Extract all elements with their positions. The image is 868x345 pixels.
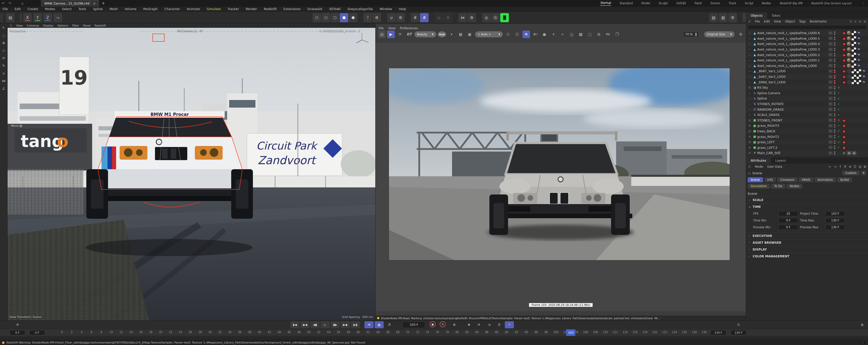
attribute-chip-xrefs[interactable]: XRefs: [799, 177, 813, 182]
redshift-material-tag[interactable]: ◆: [842, 118, 846, 122]
viewport-label[interactable]: Perspective: [9, 29, 26, 33]
home-path-icon[interactable]: ⌂: [855, 20, 857, 23]
enabled-check-icon[interactable]: ✓: [837, 146, 841, 149]
object-row-trees-back[interactable]: ⊞■trees_BACK✎✓◆: [746, 128, 868, 134]
redshift-material-tag[interactable]: ◆: [842, 58, 846, 62]
back-icon[interactable]: ←: [829, 165, 831, 169]
toolbar-annotate-mode[interactable]: Ⓐ: [491, 13, 500, 22]
toolbar-render-status[interactable]: ▐▌: [500, 13, 509, 22]
layout-tab-track[interactable]: Track: [729, 1, 736, 5]
menu-tools[interactable]: Tools: [79, 7, 86, 11]
toolbar-texture-mode[interactable]: ⬢: [349, 13, 358, 22]
redshift-material-tag[interactable]: ◆: [842, 36, 846, 40]
attr-lock-icon[interactable]: ⚿: [854, 165, 856, 169]
material-tag[interactable]: [847, 58, 851, 62]
enabled-check-icon[interactable]: ✓: [837, 140, 841, 144]
axis-y-button[interactable]: Y: [33, 13, 42, 22]
attr-filter-icon[interactable]: ≡: [849, 165, 851, 169]
visibility-dots[interactable]: [834, 69, 836, 73]
timeline-scrubber[interactable]: 103: [566, 329, 575, 336]
render-canvas[interactable]: Frame 103: 2025-08-29 18:24:48 (12.96s): [376, 43, 746, 311]
toolbar-render-view-button[interactable]: ▤: [709, 13, 718, 22]
layer-edit-icon[interactable]: ✎: [828, 113, 833, 117]
polygon-object-icon[interactable]: ▲: [752, 80, 757, 84]
layout-tab-standard[interactable]: Standard: [620, 1, 633, 5]
polygon-object-icon[interactable]: ▲: [752, 69, 757, 73]
layer-edit-icon[interactable]: ✎: [828, 37, 833, 40]
transform-icon[interactable]: ⇅: [752, 113, 757, 117]
protection-tag[interactable]: ⊘: [842, 151, 846, 155]
toolbar-falloff-toggle[interactable]: ◎: [435, 13, 443, 22]
polygon-object-icon[interactable]: ▲: [752, 75, 757, 79]
redo-icon[interactable]: ↷: [6, 1, 13, 5]
attr-popout-icon[interactable]: ⧉: [864, 165, 866, 169]
toolbar-handle[interactable]: [0, 13, 2, 22]
range-end-field[interactable]: 130 F: [711, 330, 726, 335]
undo-icon[interactable]: ↶: [0, 1, 6, 5]
menu-simulate[interactable]: Simulate: [207, 7, 221, 11]
object-menu-tags[interactable]: Tags: [799, 20, 806, 23]
visibility-dots[interactable]: [834, 37, 836, 40]
layout-tab-model[interactable]: Model: [641, 1, 650, 5]
redshift-material-tag[interactable]: ◆: [842, 135, 846, 139]
enabled-check-icon[interactable]: ✓: [837, 129, 841, 133]
crop-icon[interactable]: ▣: [466, 31, 473, 38]
layout-tab-startup[interactable]: Startup: [600, 1, 611, 6]
menu-select[interactable]: Select: [62, 7, 72, 11]
menu-render[interactable]: Render: [246, 7, 257, 11]
size-dropdown[interactable]: Original Size▼: [704, 31, 735, 37]
matrix-object-icon[interactable]: ■: [752, 135, 757, 138]
menu-window[interactable]: Window: [380, 7, 392, 11]
copy-image-icon[interactable]: ❐: [613, 31, 621, 38]
home-icon[interactable]: ⌂: [19, 1, 26, 5]
redshift-material-tag[interactable]: ◆: [842, 31, 846, 35]
menu-character[interactable]: Character: [164, 7, 180, 11]
dome-icon[interactable]: ●: [540, 31, 548, 38]
channel-button[interactable]: RGB: [438, 31, 446, 37]
object-row-696d-var3-lod0[interactable]: —▲_696d_Var3_LOD0✎◆⚑: [746, 79, 868, 85]
dome-dropdown-icon[interactable]: ▼: [550, 31, 557, 38]
object-row-aset-nature-rock-l-vjepbafmw-lod0-3[interactable]: —▲Aset_nature_rock_L_vjepbafmw_LOD0.3✎◆⚑: [746, 47, 868, 52]
polygon-object-icon[interactable]: ▲: [752, 31, 757, 35]
menu-greyscalegorilla[interactable]: Greyscalegorilla: [347, 7, 373, 11]
object-row-rs-sky[interactable]: ⊞◑RS Sky✎✕: [746, 85, 868, 90]
phong-tag[interactable]: ⚑: [857, 53, 861, 57]
object-row-aset-nature-rock-l-vjepbafmw-lod0[interactable]: —▲Aset_nature_rock_L_vjepbafmw_LOD0✎◆⚑: [746, 63, 868, 69]
brush-tool[interactable]: ✎: [2, 64, 5, 68]
field-value-fps[interactable]: 25: [778, 211, 798, 216]
measure-tool[interactable]: ∠: [2, 86, 5, 90]
layer-edit-icon[interactable]: ✎: [828, 48, 833, 51]
range-start-field-2[interactable]: 0 F: [29, 330, 45, 335]
visibility-dots[interactable]: [834, 86, 836, 89]
layer-edit-icon[interactable]: ✎: [828, 118, 833, 122]
sky-object-icon[interactable]: ◑: [752, 86, 757, 89]
selection-tag[interactable]: [851, 58, 856, 62]
key-pla-toggle[interactable]: ☶: [495, 321, 504, 328]
redshift-material-tag[interactable]: ◆: [842, 80, 846, 84]
close-tab-icon[interactable]: ×: [93, 1, 96, 5]
phong-tag[interactable]: ⚑: [862, 69, 866, 73]
tab-objects[interactable]: Objects: [746, 12, 767, 19]
viewport-menu-filter[interactable]: Filter: [72, 24, 79, 27]
next-key-button[interactable]: ▶◆: [341, 321, 350, 328]
redshift-material-tag[interactable]: ◆: [842, 48, 846, 52]
layer-edit-icon[interactable]: ✎: [828, 86, 833, 89]
visibility-dots[interactable]: [834, 124, 836, 127]
selection-tag[interactable]: [857, 80, 861, 84]
axis-x-button[interactable]: X: [23, 13, 32, 22]
section-color-management[interactable]: ›COLOR MANAGEMENT: [746, 253, 868, 260]
coordinate-system-button[interactable]: ⤳: [54, 13, 62, 22]
selection-tag[interactable]: [851, 64, 856, 68]
object-row-grass-right2[interactable]: ⊞■grass_RIGHT2✎✓◆: [746, 134, 868, 139]
visibility-dots[interactable]: [834, 91, 836, 95]
layout-tab-script[interactable]: Script: [745, 1, 753, 5]
phong-tag[interactable]: ⚑: [857, 31, 861, 35]
attribute-chip-nodes[interactable]: Nodes: [787, 183, 802, 189]
record-keyframe-button[interactable]: ●: [430, 321, 436, 327]
object-row-grass-right3[interactable]: ⊞■grass_RIGHT3✎✓◆: [746, 123, 868, 128]
phong-tag[interactable]: ⚑: [862, 75, 866, 79]
viewport-menu-view[interactable]: View: [16, 24, 23, 27]
attribute-chip-cineware[interactable]: Cineware: [777, 177, 797, 182]
menu-mograph[interactable]: MoGraph: [143, 7, 157, 11]
objects-search-input[interactable]: [748, 25, 867, 30]
